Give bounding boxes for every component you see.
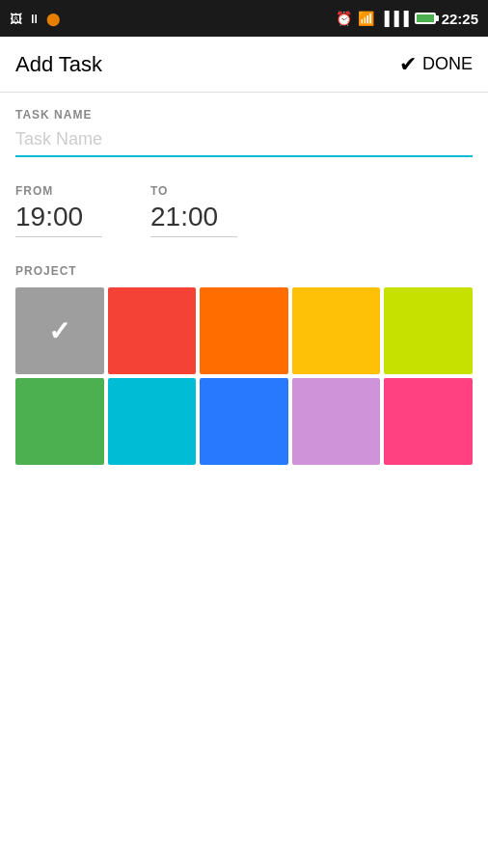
time-to-label: TO xyxy=(150,184,237,198)
page-title: Add Task xyxy=(15,52,102,77)
status-bar-left: 🖼 ⏸ ⬤ xyxy=(10,12,61,26)
color-cell-purple[interactable] xyxy=(292,378,381,465)
color-cell-blue[interactable] xyxy=(200,378,288,465)
task-name-label: TASK NAME xyxy=(15,108,473,122)
status-bar: 🖼 ⏸ ⬤ ⏰ 📶 ▐▐▐ 22:25 xyxy=(0,0,488,37)
color-cell-yellow[interactable] xyxy=(292,287,381,374)
time-from-field: FROM 19:00 xyxy=(15,184,102,237)
color-cell-pink[interactable] xyxy=(384,378,473,465)
image-icon: 🖼 xyxy=(10,12,22,26)
time-from-label: FROM xyxy=(15,184,102,198)
wifi-icon: 📶 xyxy=(358,11,374,26)
time-to-value[interactable]: 21:00 xyxy=(150,202,237,237)
time-from-value[interactable]: 19:00 xyxy=(15,202,102,237)
project-label: PROJECT xyxy=(15,264,473,278)
battery-icon xyxy=(415,13,436,24)
color-grid xyxy=(15,287,473,465)
color-cell-orange[interactable] xyxy=(200,287,288,374)
color-cell-green[interactable] xyxy=(15,378,104,465)
pause-icon: ⏸ xyxy=(28,12,41,26)
content-area: TASK NAME FROM 19:00 TO 21:00 PROJECT xyxy=(0,93,488,465)
task-name-section: TASK NAME xyxy=(15,108,473,157)
project-section: PROJECT xyxy=(15,264,473,465)
check-icon: ✔ xyxy=(399,52,417,77)
alarm-icon: ⏰ xyxy=(336,11,352,26)
color-cell-gray[interactable] xyxy=(15,287,104,374)
color-cell-cyan[interactable] xyxy=(108,378,197,465)
timer-icon: ⬤ xyxy=(46,12,61,26)
status-bar-right: ⏰ 📶 ▐▐▐ 22:25 xyxy=(336,11,478,27)
time-display: 22:25 xyxy=(442,11,478,27)
color-cell-red[interactable] xyxy=(108,287,197,374)
color-cell-lime[interactable] xyxy=(384,287,473,374)
done-label: DONE xyxy=(422,54,473,74)
time-to-field: TO 21:00 xyxy=(150,184,237,237)
task-name-input[interactable] xyxy=(15,129,473,157)
time-section: FROM 19:00 TO 21:00 xyxy=(15,184,473,237)
toolbar: Add Task ✔ DONE xyxy=(0,37,488,93)
signal-icon: ▐▐▐ xyxy=(380,11,409,26)
done-button[interactable]: ✔ DONE xyxy=(399,52,473,77)
